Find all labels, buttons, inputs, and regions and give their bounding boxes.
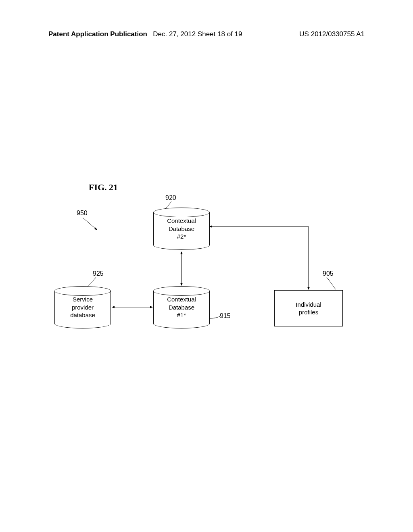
ref-950: 950 [77,210,88,217]
ref-920: 920 [165,194,176,202]
database-915: Contextual Database #1* [153,286,210,328]
box-905: Individual profiles [274,290,343,326]
box-905-label: Individual profiles [296,301,321,316]
ref-925: 925 [93,270,104,277]
database-920: Contextual Database #2* [153,208,210,250]
header-sheet: Dec. 27, 2012 Sheet 18 of 19 [153,30,242,38]
ref-915: 915 [220,312,231,320]
header-patent-number: US 2012/0330755 A1 [299,30,365,42]
database-925: Service provider database [54,286,111,328]
diagram: Contextual Database #2* 920 Contextual D… [0,189,413,391]
ref-905: 905 [323,270,334,277]
page-header: Patent Application Publication Dec. 27, … [0,30,413,42]
header-publication: Patent Application Publication [48,30,147,42]
